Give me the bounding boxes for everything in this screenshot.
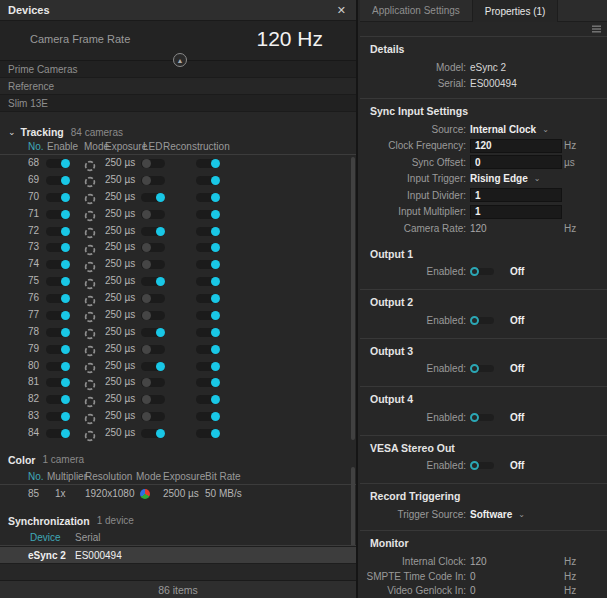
trigger-source-dropdown[interactable]: Software xyxy=(470,509,512,520)
input-divider-input[interactable] xyxy=(470,188,562,202)
enabled-toggle[interactable] xyxy=(470,364,494,373)
tracking-mode-icon[interactable] xyxy=(84,208,96,220)
led-toggle[interactable] xyxy=(141,227,165,236)
tracking-row[interactable]: 80250 µs xyxy=(0,358,356,375)
tracking-row[interactable]: 70250 µs xyxy=(0,189,356,206)
tracking-mode-icon[interactable] xyxy=(84,174,96,186)
tracking-mode-icon[interactable] xyxy=(84,394,96,406)
tracking-mode-icon[interactable] xyxy=(84,326,96,338)
reconstruction-toggle[interactable] xyxy=(196,378,220,387)
tracking-row[interactable]: 82250 µs xyxy=(0,391,356,408)
tracking-row[interactable]: 81250 µs xyxy=(0,374,356,391)
collapse-button[interactable]: ▲ xyxy=(173,53,187,67)
col-exposure[interactable]: Exposure xyxy=(105,141,147,152)
sync-offset-input[interactable] xyxy=(470,155,562,169)
enable-toggle[interactable] xyxy=(46,176,70,185)
esync-device-row[interactable]: eSync 2 ES000494 xyxy=(0,546,356,564)
tracking-mode-icon[interactable] xyxy=(84,411,96,423)
enable-toggle[interactable] xyxy=(46,294,70,303)
tracking-mode-icon[interactable] xyxy=(84,259,96,271)
tracking-mode-icon[interactable] xyxy=(84,309,96,321)
col-mode[interactable]: Mode xyxy=(136,471,161,482)
col-reconstruction[interactable]: Reconstruction xyxy=(163,141,230,152)
tracking-row[interactable]: 79250 µs xyxy=(0,341,356,358)
tracking-row[interactable]: 73250 µs xyxy=(0,239,356,256)
tracking-mode-icon[interactable] xyxy=(84,343,96,355)
enabled-toggle[interactable] xyxy=(470,316,494,325)
led-toggle[interactable] xyxy=(141,362,165,371)
reconstruction-toggle[interactable] xyxy=(196,362,220,371)
tracking-mode-icon[interactable] xyxy=(84,377,96,389)
led-toggle[interactable] xyxy=(141,243,165,252)
tracking-row[interactable]: 84250 µs xyxy=(0,425,356,442)
col-multiplier[interactable]: Multiplier xyxy=(47,471,87,482)
tracking-row[interactable]: 72250 µs xyxy=(0,223,356,240)
enable-toggle[interactable] xyxy=(46,243,70,252)
close-icon[interactable]: ✕ xyxy=(335,4,348,17)
enabled-toggle[interactable] xyxy=(470,413,494,422)
reconstruction-toggle[interactable] xyxy=(196,328,220,337)
tracking-mode-icon[interactable] xyxy=(84,428,96,440)
enable-toggle[interactable] xyxy=(46,277,70,286)
col-bit-rate[interactable]: Bit Rate xyxy=(205,471,241,482)
led-toggle[interactable] xyxy=(141,210,165,219)
led-toggle[interactable] xyxy=(141,193,165,202)
reconstruction-toggle[interactable] xyxy=(196,311,220,320)
enable-toggle[interactable] xyxy=(46,412,70,421)
col-enable[interactable]: Enable xyxy=(47,141,78,152)
color-camera-row[interactable]: 85 1x 1920x1080 2500 µs 50 MB/s xyxy=(0,485,356,503)
tracking-row[interactable]: 68250 µs xyxy=(0,155,356,172)
led-toggle[interactable] xyxy=(141,328,165,337)
tracking-row[interactable]: 83250 µs xyxy=(0,408,356,425)
tracking-mode-icon[interactable] xyxy=(84,191,96,203)
tracking-row[interactable]: 78250 µs xyxy=(0,324,356,341)
led-toggle[interactable] xyxy=(141,345,165,354)
col-exposure[interactable]: Exposure xyxy=(163,471,205,482)
group-slim-13e[interactable]: Slim 13E xyxy=(0,95,356,112)
tracking-mode-icon[interactable] xyxy=(84,158,96,170)
tab-properties[interactable]: Properties (1) xyxy=(472,0,559,22)
enabled-toggle[interactable] xyxy=(470,267,494,276)
tracking-mode-icon[interactable] xyxy=(84,276,96,288)
clock-frequency-input[interactable] xyxy=(470,139,562,153)
synchronization-section-header[interactable]: Synchronization 1 device xyxy=(0,510,356,531)
enable-toggle[interactable] xyxy=(46,345,70,354)
rgb-color-wheel-icon[interactable] xyxy=(140,489,150,499)
reconstruction-toggle[interactable] xyxy=(196,193,220,202)
input-multiplier-input[interactable] xyxy=(470,205,562,219)
led-toggle[interactable] xyxy=(141,395,165,404)
reconstruction-toggle[interactable] xyxy=(196,260,220,269)
tracking-mode-icon[interactable] xyxy=(84,242,96,254)
col-resolution[interactable]: Resolution xyxy=(85,471,132,482)
tracking-row[interactable]: 69250 µs xyxy=(0,172,356,189)
reconstruction-toggle[interactable] xyxy=(196,429,220,438)
tracking-mode-icon[interactable] xyxy=(84,360,96,372)
enable-toggle[interactable] xyxy=(46,395,70,404)
col-device[interactable]: Device xyxy=(30,532,61,543)
menu-icon[interactable] xyxy=(592,25,601,33)
tracking-row[interactable]: 74250 µs xyxy=(0,256,356,273)
reconstruction-toggle[interactable] xyxy=(196,412,220,421)
reconstruction-toggle[interactable] xyxy=(196,277,220,286)
enable-toggle[interactable] xyxy=(46,362,70,371)
tracking-mode-icon[interactable] xyxy=(84,225,96,237)
tracking-row[interactable]: 76250 µs xyxy=(0,290,356,307)
enable-toggle[interactable] xyxy=(46,378,70,387)
reconstruction-toggle[interactable] xyxy=(196,159,220,168)
tracking-row[interactable]: 75250 µs xyxy=(0,273,356,290)
led-toggle[interactable] xyxy=(141,260,165,269)
group-reference[interactable]: Reference xyxy=(0,78,356,95)
led-toggle[interactable] xyxy=(141,277,165,286)
reconstruction-toggle[interactable] xyxy=(196,176,220,185)
col-serial[interactable]: Serial xyxy=(75,532,101,543)
enable-toggle[interactable] xyxy=(46,159,70,168)
tracking-row[interactable]: 71250 µs xyxy=(0,206,356,223)
col-no[interactable]: No. xyxy=(28,141,44,152)
input-trigger-dropdown[interactable]: Rising Edge xyxy=(470,173,528,184)
led-toggle[interactable] xyxy=(141,429,165,438)
enable-toggle[interactable] xyxy=(46,193,70,202)
enable-toggle[interactable] xyxy=(46,429,70,438)
color-section-header[interactable]: Color 1 camera xyxy=(0,449,356,470)
reconstruction-toggle[interactable] xyxy=(196,227,220,236)
enable-toggle[interactable] xyxy=(46,210,70,219)
